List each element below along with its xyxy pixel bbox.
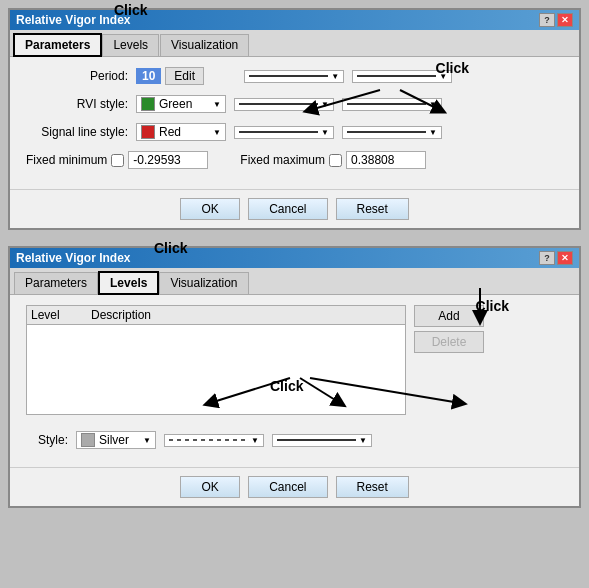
- dialog2-help-btn[interactable]: ?: [539, 251, 555, 265]
- dialog2-tabs: Parameters Levels Visualization: [10, 268, 579, 295]
- fixed-max-checkbox[interactable]: [329, 154, 342, 167]
- dropdown1-arrow: ▼: [328, 72, 339, 81]
- rvi-color-dropdown[interactable]: Green ▼: [136, 95, 226, 113]
- style-line-2[interactable]: ▼: [272, 434, 372, 447]
- style-color-dropdown[interactable]: Silver ▼: [76, 431, 156, 449]
- dialog2-title-buttons: ? ✕: [539, 251, 573, 265]
- fixed-min-group: Fixed minimum: [26, 151, 208, 169]
- style-arr1: ▼: [248, 436, 259, 445]
- signal-line-preview-2: [347, 131, 426, 133]
- signal-color-swatch: [141, 125, 155, 139]
- level-col-header: Level: [31, 308, 91, 322]
- annotation-click-1: Click: [114, 2, 147, 18]
- rvi-dropdown-arrow: ▼: [209, 100, 221, 109]
- dialog2: Relative Vigor Index ? ✕ Click Parameter…: [8, 246, 581, 508]
- add-btn[interactable]: Add: [414, 305, 484, 327]
- style-line-preview-2: [277, 439, 356, 441]
- close-icon-2: ✕: [561, 253, 569, 263]
- style-arr2: ▼: [356, 436, 367, 445]
- rvi-row: RVI style: Green ▼ ▼ ▼: [26, 95, 563, 113]
- tab1-parameters[interactable]: Parameters: [14, 34, 101, 56]
- dialog2-close-btn[interactable]: ✕: [557, 251, 573, 265]
- signal-label: Signal line style:: [26, 125, 136, 139]
- signal-line-style-1[interactable]: ▼: [234, 126, 334, 139]
- period-label: Period:: [26, 69, 136, 83]
- line-preview-1: [249, 75, 328, 77]
- fixed-min-checkbox[interactable]: [111, 154, 124, 167]
- dialog1: Relative Vigor Index ? ✕ Click Parameter…: [8, 8, 581, 230]
- tab2-levels[interactable]: Levels: [99, 272, 158, 294]
- sig-arr1: ▼: [318, 128, 329, 137]
- fixed-min-input[interactable]: [128, 151, 208, 169]
- rvi-line-preview-2: [347, 103, 426, 105]
- dialog1-footer: OK Cancel Reset: [10, 189, 579, 228]
- signal-color-label: Red: [159, 125, 181, 139]
- help-icon: ?: [544, 15, 550, 25]
- annotation-click-3: Click: [154, 240, 187, 256]
- levels-header: Level Description: [27, 306, 405, 325]
- edit-button[interactable]: Edit: [165, 67, 204, 85]
- dialog1-help-btn[interactable]: ?: [539, 13, 555, 27]
- tab1-levels[interactable]: Levels: [102, 34, 159, 56]
- levels-area: Level Description Add Delete: [26, 305, 563, 423]
- rvi-line-style-2[interactable]: ▼: [342, 98, 442, 111]
- style-line-preview-1: [169, 439, 248, 441]
- rvi-line-preview-1: [239, 103, 318, 105]
- signal-row: Signal line style: Red ▼ ▼ ▼: [26, 123, 563, 141]
- annotation-click-5: Click: [270, 378, 303, 394]
- line-style-dropdown-1[interactable]: ▼: [244, 70, 344, 83]
- period-value: 10: [136, 68, 161, 84]
- dialog2-title: Relative Vigor Index: [16, 251, 131, 265]
- dialog2-reset-btn[interactable]: Reset: [336, 476, 409, 498]
- signal-color-dropdown[interactable]: Red ▼: [136, 123, 226, 141]
- dialog2-cancel-btn[interactable]: Cancel: [248, 476, 327, 498]
- fixed-min-label: Fixed minimum: [26, 153, 107, 167]
- btn-panel: Add Delete: [414, 305, 484, 353]
- dialog2-ok-btn[interactable]: OK: [180, 476, 240, 498]
- sig-arr2: ▼: [426, 128, 437, 137]
- fixed-max-label: Fixed maximum: [240, 153, 325, 167]
- style-dropdown-arrow: ▼: [139, 436, 151, 445]
- fixed-max-input[interactable]: [346, 151, 426, 169]
- style-row: Style: Silver ▼ ▼ ▼: [26, 431, 563, 449]
- levels-table[interactable]: Level Description: [26, 305, 406, 415]
- rvi-color-swatch: [141, 97, 155, 111]
- dialog2-titlebar: Relative Vigor Index ? ✕: [10, 248, 579, 268]
- silver-swatch: [81, 433, 95, 447]
- signal-line-style-2[interactable]: ▼: [342, 126, 442, 139]
- dialog1-titlebar: Relative Vigor Index ? ✕: [10, 10, 579, 30]
- tab1-visualization[interactable]: Visualization: [160, 34, 249, 56]
- dialog1-title-buttons: ? ✕: [539, 13, 573, 27]
- signal-dropdown-arrow: ▼: [209, 128, 221, 137]
- tab2-visualization[interactable]: Visualization: [159, 272, 248, 294]
- rvi-line-style-1[interactable]: ▼: [234, 98, 334, 111]
- rvi-arr2: ▼: [426, 100, 437, 109]
- line-preview-2: [357, 75, 436, 77]
- rvi-arr1: ▼: [318, 100, 329, 109]
- dialog1-close-btn[interactable]: ✕: [557, 13, 573, 27]
- fixed-max-group: Fixed maximum: [240, 151, 426, 169]
- dialog1-cancel-btn[interactable]: Cancel: [248, 198, 327, 220]
- dialog1-content: Period: 10 Edit ▼ ▼ Click: [10, 57, 579, 189]
- signal-line-preview-1: [239, 131, 318, 133]
- rvi-color-label: Green: [159, 97, 192, 111]
- annotation-click-2: Click: [436, 60, 469, 76]
- dialog1-reset-btn[interactable]: Reset: [336, 198, 409, 220]
- style-color-label: Silver: [99, 433, 129, 447]
- annotation-click-4: Click: [476, 298, 509, 314]
- rvi-label: RVI style:: [26, 97, 136, 111]
- close-icon: ✕: [561, 15, 569, 25]
- dialog2-footer: OK Cancel Reset: [10, 467, 579, 506]
- help-icon-2: ?: [544, 253, 550, 263]
- style-label: Style:: [26, 433, 76, 447]
- fixed-row: Fixed minimum Fixed maximum: [26, 151, 563, 169]
- style-line-1[interactable]: ▼: [164, 434, 264, 447]
- delete-btn[interactable]: Delete: [414, 331, 484, 353]
- tab2-parameters[interactable]: Parameters: [14, 272, 98, 294]
- dialog1-ok-btn[interactable]: OK: [180, 198, 240, 220]
- levels-rows: [27, 325, 405, 405]
- period-row: Period: 10 Edit ▼ ▼: [26, 67, 563, 85]
- dialog1-tabs: Parameters Levels Visualization: [10, 30, 579, 57]
- desc-col-header: Description: [91, 308, 401, 322]
